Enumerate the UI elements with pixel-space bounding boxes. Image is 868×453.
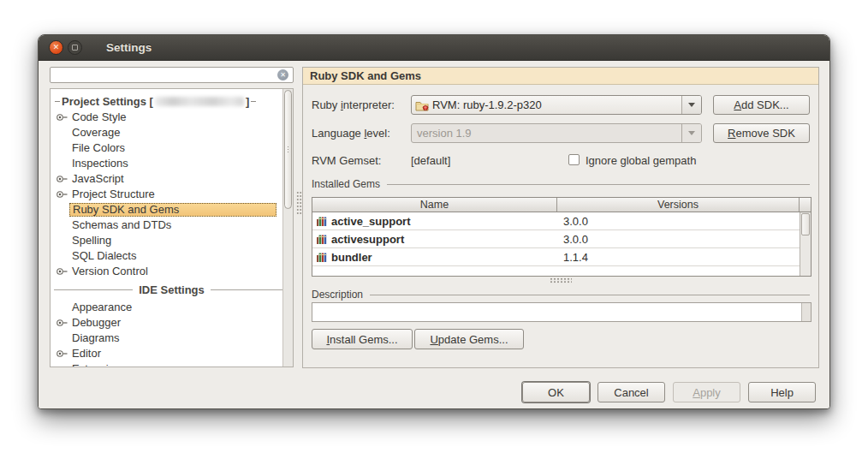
- column-header-versions[interactable]: Versions: [557, 198, 800, 212]
- sidebar-item-code-style[interactable]: Code Style: [51, 110, 293, 125]
- table-row[interactable]: bundler 1.1.4: [312, 248, 800, 266]
- settings-tree[interactable]: Project Settings [ ] Code Style Coverage: [50, 88, 294, 367]
- sidebar-item-schemas-and-dtds[interactable]: Schemas and DTDs: [51, 218, 293, 233]
- column-header-name[interactable]: Name: [312, 198, 557, 212]
- expand-toggle-icon[interactable]: [56, 173, 69, 185]
- dialog-footer: OK Cancel Apply Help: [522, 382, 816, 402]
- cancel-button[interactable]: Cancel: [597, 382, 665, 402]
- sidebar-item-appearance[interactable]: Appearance: [51, 300, 293, 315]
- ignore-gempath-label[interactable]: Ignore global gempath: [586, 154, 696, 167]
- sidebar-item-ruby-sdk-and-gems[interactable]: Ruby SDK and Gems: [51, 202, 293, 218]
- window-title: Settings: [106, 41, 152, 54]
- sidebar-item-label: Ruby SDK and Gems: [69, 203, 276, 217]
- gem-name: active_support: [331, 215, 410, 228]
- sidebar-item-spelling[interactable]: Spelling: [51, 233, 293, 248]
- sidebar-item-diagrams[interactable]: Diagrams: [51, 331, 293, 346]
- chevron-down-icon: [688, 103, 695, 107]
- sidebar-item-label: Project Structure: [69, 188, 276, 201]
- sidebar-item-label: Version Control: [69, 265, 276, 278]
- sidebar-item-label: Code Style: [69, 110, 276, 124]
- expand-toggle-icon[interactable]: [56, 348, 69, 360]
- gem-icon: [317, 234, 327, 245]
- sidebar-item-label: Appearance: [69, 301, 276, 314]
- ruby-interpreter-combobox[interactable]: RVM: ruby-1.9.2-p320: [411, 95, 702, 115]
- ignore-gempath-checkbox[interactable]: [568, 154, 580, 165]
- sidebar-item-label: Coverage: [69, 126, 276, 140]
- maximize-icon: [72, 45, 78, 51]
- redacted-project-name: [155, 97, 244, 106]
- expand-toggle-icon[interactable]: [56, 265, 69, 277]
- column-header-corner: [800, 198, 811, 212]
- add-sdk-button[interactable]: Add SDK...: [713, 95, 810, 115]
- expand-toggle-icon[interactable]: [56, 111, 69, 123]
- settings-dialog: ✕ Settings ✕ Project Settings [ ]: [38, 34, 830, 409]
- sidebar-item-label: Schemas and DTDs: [69, 218, 276, 232]
- interpreter-value: RVM: ruby-1.9.2-p320: [432, 98, 681, 111]
- sidebar-item-label: Extensions: [69, 362, 276, 367]
- sidebar-item-label: Inspections: [69, 157, 276, 170]
- sidebar-item-debugger[interactable]: Debugger: [51, 315, 293, 331]
- chevron-down-icon: [688, 131, 695, 135]
- gems-table-scrollbar[interactable]: [800, 212, 811, 276]
- ruby-sdk-panel: Ruby SDK and Gems Ruby interpreter: RVM:…: [302, 67, 819, 368]
- language-dropdown-button: [681, 124, 701, 142]
- gem-icon: [317, 216, 327, 227]
- tree-scrollbar-thumb[interactable]: [284, 90, 292, 209]
- expand-toggle-icon[interactable]: [56, 188, 69, 200]
- sidebar-item-sql-dialects[interactable]: SQL Dialects: [51, 248, 293, 264]
- remove-sdk-button[interactable]: Remove SDK: [713, 123, 810, 143]
- sidebar-item-editor[interactable]: Editor: [51, 346, 293, 361]
- sidebar-item-label: Spelling: [69, 234, 276, 247]
- language-level-value: version 1.9: [412, 127, 681, 140]
- rvm-folder-icon: [415, 99, 429, 111]
- description-scrollbar[interactable]: [801, 303, 811, 321]
- sidebar-item-label: Diagrams: [69, 331, 276, 345]
- table-resize-grip[interactable]: [550, 277, 572, 283]
- sidebar-item-label: JavaScript: [69, 172, 276, 186]
- titlebar[interactable]: ✕ Settings: [39, 35, 829, 61]
- install-gems-button[interactable]: Install Gems...: [312, 329, 413, 349]
- gem-version: 1.1.4: [557, 251, 588, 264]
- description-field[interactable]: [312, 302, 812, 322]
- dialog-content: ✕ Project Settings [ ] Code Style: [39, 61, 829, 408]
- search-input[interactable]: [50, 67, 294, 83]
- sidebar-item-extensions[interactable]: Extensions: [51, 361, 293, 367]
- gem-version: 3.0.0: [557, 233, 588, 246]
- sidebar-item-inspections[interactable]: Inspections: [51, 156, 293, 171]
- table-row[interactable]: active_support 3.0.0: [312, 212, 800, 230]
- panel-title: Ruby SDK and Gems: [303, 68, 818, 85]
- installed-gems-table[interactable]: Name Versions active_support 3.0.0: [312, 197, 812, 277]
- sidebar-item-label: SQL Dialects: [69, 249, 276, 263]
- gems-scrollbar-thumb[interactable]: [801, 213, 810, 235]
- ok-button[interactable]: OK: [522, 382, 590, 402]
- sidebar-item-version-control[interactable]: Version Control: [51, 264, 293, 279]
- maximize-button[interactable]: [68, 40, 82, 55]
- apply-button: Apply: [673, 382, 740, 402]
- rvm-gemset-value: [default]: [411, 154, 450, 167]
- gem-name: bundler: [331, 251, 372, 264]
- sidebar-item-coverage[interactable]: Coverage: [51, 125, 293, 140]
- interpreter-label: Ruby interpreter:: [312, 98, 395, 111]
- sidebar-item-label: Editor: [69, 347, 276, 361]
- tree-group-project-settings: Project Settings [ ]: [51, 93, 293, 110]
- sidebar-item-project-structure[interactable]: Project Structure: [51, 187, 293, 202]
- gems-table-header[interactable]: Name Versions: [312, 198, 811, 212]
- interpreter-dropdown-button[interactable]: [681, 96, 701, 114]
- panel-splitter[interactable]: [296, 191, 302, 215]
- gem-version: 3.0.0: [557, 215, 588, 228]
- tree-group-ide-settings: IDE Settings: [51, 279, 293, 300]
- expand-toggle-icon[interactable]: [56, 317, 69, 329]
- help-button[interactable]: Help: [748, 382, 816, 402]
- sidebar-item-label: File Colors: [69, 141, 276, 155]
- table-row[interactable]: activesupport 3.0.0: [312, 230, 800, 248]
- sidebar-item-javascript[interactable]: JavaScript: [51, 171, 293, 187]
- installed-gems-separator: Installed Gems: [312, 178, 810, 190]
- tree-scrollbar[interactable]: [282, 89, 293, 367]
- sidebar-item-file-colors[interactable]: File Colors: [51, 140, 293, 156]
- rvm-gemset-label: RVM Gemset:: [312, 154, 381, 167]
- search-clear-icon[interactable]: ✕: [277, 69, 288, 80]
- close-button[interactable]: ✕: [49, 40, 63, 55]
- gem-name: activesupport: [331, 233, 404, 246]
- close-icon: ✕: [53, 44, 60, 51]
- update-gems-button[interactable]: Update Gems...: [414, 329, 524, 349]
